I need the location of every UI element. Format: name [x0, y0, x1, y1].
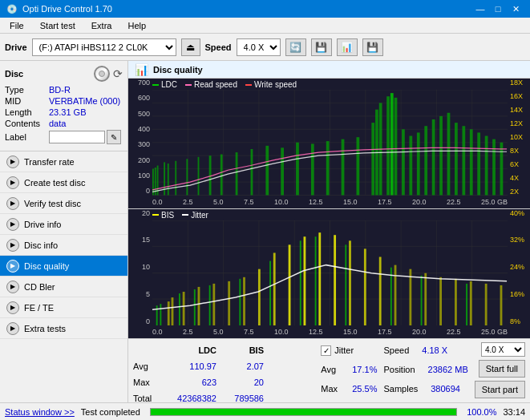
- svg-rect-71: [168, 301, 170, 325]
- menu-file[interactable]: File: [3, 19, 30, 32]
- contents-label: Contents: [5, 119, 49, 128]
- drive-select[interactable]: (F:) ATAPI iHBS112 2 CL0K: [32, 38, 176, 56]
- nav-label-create-test-disc: Create test disc: [24, 178, 85, 188]
- label-input[interactable]: [49, 131, 105, 143]
- svg-rect-78: [258, 269, 261, 325]
- disc-arrows-icon[interactable]: ⟳: [113, 67, 123, 80]
- menu-start-test[interactable]: Start test: [34, 19, 82, 32]
- content-area: 📊 Disc quality LDC Read speed: [128, 61, 530, 402]
- samples-key: Samples: [383, 384, 418, 394]
- disc-header-label: Disc: [5, 69, 23, 79]
- nav-label-drive-info: Drive info: [24, 220, 61, 229]
- svg-rect-82: [318, 232, 321, 325]
- app-title: Opti Drive Control 1.70: [22, 4, 112, 14]
- svg-rect-25: [198, 157, 200, 196]
- speed-val: 4.18 X: [422, 345, 447, 355]
- svg-rect-93: [485, 283, 488, 325]
- chart1-x-axis: 0.02.55.07.510.012.515.017.520.022.525.0…: [152, 196, 508, 208]
- content-header-icon: 📊: [135, 63, 148, 76]
- nav-item-verify-test-disc[interactable]: ▶ Verify test disc: [0, 193, 127, 214]
- nav-item-extra-tests[interactable]: ▶ Extra tests: [0, 318, 127, 339]
- menu-help[interactable]: Help: [121, 19, 152, 32]
- svg-rect-54: [485, 136, 488, 196]
- svg-rect-23: [175, 161, 176, 196]
- svg-rect-21: [164, 162, 165, 195]
- svg-rect-26: [209, 155, 212, 195]
- transfer-rate-icon: ▶: [6, 155, 19, 168]
- nav-label-extra-tests: Extra tests: [24, 324, 66, 333]
- chart-ldc: LDC Read speed Write speed 7006005004003…: [128, 79, 530, 209]
- chart2-x-axis: 0.02.55.07.510.012.515.017.520.022.525.0…: [152, 325, 508, 338]
- jitter-checkbox[interactable]: ✓: [321, 345, 331, 356]
- nav-item-drive-info[interactable]: ▶ Drive info: [0, 214, 127, 235]
- position-val: 23862 MB: [428, 365, 468, 374]
- nav-item-fe-te[interactable]: ▶ FE / TE: [0, 297, 127, 318]
- nav-item-transfer-rate[interactable]: ▶ Transfer rate: [0, 151, 127, 172]
- svg-rect-75: [212, 283, 215, 325]
- mid-label: MID: [5, 96, 49, 106]
- legend-read-speed: Read speed: [194, 80, 237, 89]
- speed-select[interactable]: 4.0 X: [237, 38, 281, 56]
- svg-rect-43: [402, 129, 405, 195]
- total-label: Total: [133, 394, 161, 402]
- nav-items: ▶ Transfer rate ▶ Create test disc ▶ Ver…: [0, 151, 127, 402]
- svg-rect-33: [311, 143, 314, 195]
- svg-rect-100: [239, 278, 241, 325]
- start-full-button[interactable]: Start full: [479, 360, 525, 378]
- legend-bis: BIS: [161, 211, 174, 220]
- nav-label-fe-te: FE / TE: [24, 303, 54, 313]
- menu-extra[interactable]: Extra: [85, 19, 119, 32]
- samples-val: 380694: [431, 384, 460, 394]
- save-button[interactable]: 💾: [362, 38, 383, 56]
- ldc-header: LDC: [164, 345, 216, 355]
- legend-jitter: Jitter: [191, 211, 208, 220]
- bis-header: BIS: [220, 345, 264, 355]
- nav-label-disc-info: Disc info: [24, 240, 58, 250]
- svg-rect-86: [379, 256, 382, 325]
- svg-rect-88: [409, 269, 411, 325]
- minimize-button[interactable]: —: [472, 2, 488, 15]
- nav-item-cd-bler[interactable]: ▶ CD Bler: [0, 277, 127, 297]
- test-speed-select[interactable]: 4.0 X: [481, 342, 525, 357]
- sidebar: Disc ⟳ Type BD-R MID VERBATiMe (000) Len…: [0, 61, 128, 402]
- svg-rect-91: [455, 278, 457, 325]
- start-part-button[interactable]: Start part: [475, 381, 525, 398]
- nav-item-disc-quality[interactable]: ▶ Disc quality: [0, 256, 127, 277]
- fe-te-icon: ▶: [6, 301, 19, 314]
- chart2-y-left: 20151050: [128, 209, 152, 326]
- svg-rect-50: [455, 123, 458, 195]
- length-label: Length: [5, 107, 49, 117]
- status-window-link[interactable]: Status window >>: [5, 407, 75, 417]
- svg-rect-92: [470, 281, 472, 325]
- svg-rect-106: [421, 275, 423, 325]
- nav-item-disc-info[interactable]: ▶ Disc info: [0, 235, 127, 256]
- svg-rect-32: [296, 143, 299, 196]
- maximize-button[interactable]: □: [490, 2, 506, 15]
- svg-rect-30: [265, 146, 269, 196]
- status-text: Test completed: [81, 407, 140, 417]
- length-value: 23.31 GB: [49, 107, 86, 117]
- svg-rect-87: [394, 265, 397, 325]
- burn-button[interactable]: 💾: [311, 38, 332, 56]
- svg-rect-98: [194, 289, 196, 325]
- drive-info-icon: ▶: [6, 218, 19, 231]
- max-label: Max: [133, 378, 161, 387]
- chart2-svg: [152, 220, 508, 326]
- svg-rect-103: [315, 236, 317, 325]
- label-edit-button[interactable]: ✎: [107, 130, 121, 144]
- chart-bis: BIS Jitter 20151050 40%32%24%16%8%: [128, 209, 530, 339]
- svg-rect-31: [281, 147, 284, 195]
- verify-test-disc-icon: ▶: [6, 197, 19, 210]
- svg-rect-34: [326, 141, 330, 195]
- svg-rect-97: [179, 293, 180, 325]
- chart2-legend: BIS Jitter: [152, 211, 208, 220]
- eject-button[interactable]: ⏏: [181, 38, 200, 56]
- jitter-max-val: 25.5%: [352, 384, 377, 394]
- close-button[interactable]: ✕: [508, 2, 524, 15]
- refresh-button[interactable]: 🔄: [285, 38, 306, 56]
- status-time: 33:14: [503, 407, 525, 417]
- chart-button[interactable]: 📊: [337, 38, 358, 56]
- nav-item-create-test-disc[interactable]: ▶ Create test disc: [0, 172, 127, 193]
- create-test-disc-icon: ▶: [6, 176, 19, 189]
- type-label: Type: [5, 85, 49, 95]
